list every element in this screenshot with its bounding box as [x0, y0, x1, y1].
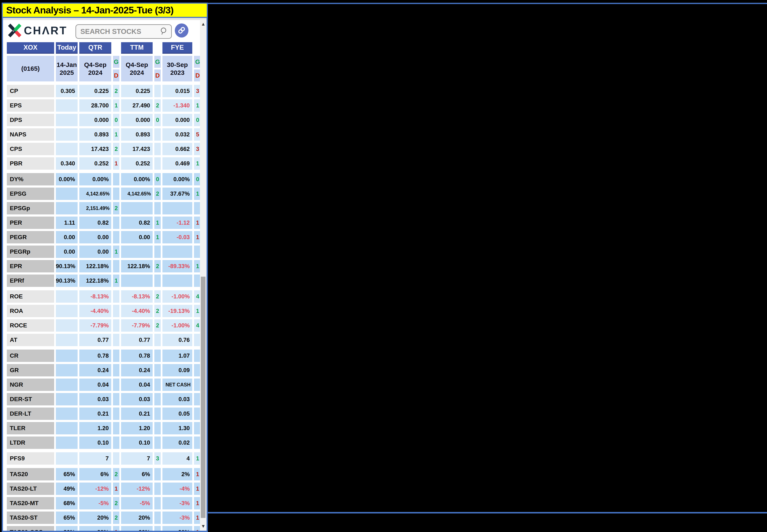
- cell-ttm-score: 0: [154, 172, 161, 185]
- panel-top-shadow: [3, 18, 207, 20]
- cell-qtr: 0.000: [79, 114, 111, 126]
- cell-fye: -1.00%: [162, 289, 192, 303]
- search-input[interactable]: [76, 27, 160, 36]
- cell-qtr: 0.82: [79, 217, 111, 229]
- title-bar[interactable]: Stock Analysis – 14-Jan-2025-Tue (3/3): [2, 3, 208, 18]
- cell-fye: 0.02: [162, 437, 192, 449]
- cell-fye: 0.09: [162, 364, 192, 376]
- cell-fye: -0.03: [162, 231, 192, 243]
- cell-fye: [162, 275, 192, 287]
- row-label: PEGR: [7, 231, 54, 243]
- cell-qtr: 0.00: [79, 231, 111, 243]
- cell-ttm-score: [154, 467, 161, 480]
- cell-fye: 37.67%: [162, 188, 192, 200]
- cell-ttm-score: 2: [154, 289, 161, 303]
- growth-flag-header: G: [154, 56, 161, 68]
- cell-qtr: 6%: [79, 467, 111, 480]
- cell-today: [56, 305, 78, 317]
- cell-ttm: 0.893: [121, 128, 153, 141]
- cell-ttm: 17.423: [121, 143, 153, 155]
- window-title: Stock Analysis – 14-Jan-2025-Tue (3/3): [3, 5, 174, 16]
- row-label: TLER: [7, 422, 54, 434]
- cell-fye: [162, 202, 192, 214]
- cell-ttm: -5%: [121, 497, 153, 509]
- stock-analysis-panel: CHΛRT XOX: [2, 18, 208, 532]
- xchart-x-icon: [8, 23, 22, 38]
- cell-fye: 0.469: [162, 157, 192, 170]
- cell-ttm-score: 2: [154, 99, 161, 112]
- col-header-fye: FYE: [162, 42, 192, 54]
- share-link-button[interactable]: [175, 23, 188, 38]
- cell-ttm: 0.10: [121, 437, 153, 449]
- cell-fye: 4: [162, 451, 192, 465]
- cell-qtr-score: [113, 188, 119, 200]
- cell-qtr: -12%: [79, 483, 111, 495]
- cell-today: [56, 393, 78, 405]
- scrollbar-thumb[interactable]: [201, 277, 205, 518]
- cell-qtr: 0.04: [79, 379, 111, 391]
- cell-ttm: 122.18%: [121, 260, 153, 272]
- cell-today: [56, 437, 78, 449]
- table-row: PBR0.3400.25210.2520.4691: [7, 157, 201, 170]
- cell-ttm: 1.20: [121, 422, 153, 434]
- cell-ttm-score: 2: [154, 260, 161, 272]
- row-label: TAS20-LT: [7, 483, 54, 495]
- table-row: EPRf90.13%122.18%1: [7, 275, 201, 287]
- row-label: DER-ST: [7, 393, 54, 405]
- cell-ttm: 0.000: [121, 114, 153, 126]
- cell-qtr-score: 2: [113, 497, 119, 509]
- cell-today: [56, 348, 78, 362]
- cell-ttm-score: 3: [154, 451, 161, 465]
- cell-ttm-score: [154, 422, 161, 434]
- cell-ttm: 0.82: [121, 217, 153, 229]
- cell-qtr: 7: [79, 451, 111, 465]
- cell-today: 0.00%: [56, 172, 78, 185]
- row-label: TAS20: [7, 467, 54, 480]
- row-label: ROCE: [7, 319, 54, 332]
- cell-ttm: 20%: [121, 512, 153, 524]
- table-row: EPSGp2,151.49%2: [7, 202, 201, 214]
- row-label: EPSG: [7, 188, 54, 200]
- table-row: LTDR0.100.100.02: [7, 437, 201, 449]
- cell-today: 90.13%: [56, 260, 78, 272]
- table-row: ROE-8.13%-8.13%2-1.00%4: [7, 289, 201, 303]
- vertical-scrollbar[interactable]: ▲ ▼: [200, 20, 207, 531]
- app-logo: CHΛRT: [8, 23, 67, 38]
- row-label: TAS20-MT: [7, 497, 54, 509]
- row-label: DPS: [7, 114, 54, 126]
- row-label: LTDR: [7, 437, 54, 449]
- table-row: TLER1.201.201.30: [7, 422, 201, 434]
- cell-qtr-score: 1: [113, 157, 119, 170]
- scroll-down-arrow-icon[interactable]: ▼: [200, 522, 207, 531]
- table-row: PEGRp0.000.001: [7, 246, 201, 258]
- cell-ttm: 0.00: [121, 231, 153, 243]
- table-row: DER-ST0.030.030.03: [7, 393, 201, 405]
- row-label: TAS20-ST: [7, 512, 54, 524]
- cell-qtr: 20%: [79, 512, 111, 524]
- cell-qtr: 0.225: [79, 84, 111, 97]
- table-row: TAS20-OSC80%20%120%20%1: [7, 526, 201, 532]
- cell-ttm-score: [154, 334, 161, 346]
- cell-qtr: -4.40%: [79, 305, 111, 317]
- scroll-up-arrow-icon[interactable]: ▲: [200, 20, 207, 29]
- cell-qtr-score: 1: [113, 99, 119, 112]
- row-label: CR: [7, 348, 54, 362]
- col-header-today: Today: [56, 42, 78, 54]
- table-row: TAS20-LT49%-12%1-12%-4%1: [7, 483, 201, 495]
- cell-ttm: 0.21: [121, 408, 153, 420]
- table-row: DY%0.00%0.00%0.00%00.00%0: [7, 172, 201, 185]
- cell-ttm: [121, 202, 153, 214]
- cell-today: [56, 188, 78, 200]
- cell-today: 49%: [56, 483, 78, 495]
- cell-ttm: 0.77: [121, 334, 153, 346]
- cell-qtr: -7.79%: [79, 319, 111, 332]
- cell-qtr-score: [113, 289, 119, 303]
- cell-ttm: 4,142.65%: [121, 188, 153, 200]
- cell-today: 1.11: [56, 217, 78, 229]
- cell-qtr-score: [113, 334, 119, 346]
- cell-ttm: 0.225: [121, 84, 153, 97]
- cell-today: 90.13%: [56, 275, 78, 287]
- table-row: TAS20-MT68%-5%2-5%-3%1: [7, 497, 201, 509]
- cell-fye: 1.07: [162, 348, 192, 362]
- subheader-qtr-date: Q4-Sep 2024: [79, 56, 111, 81]
